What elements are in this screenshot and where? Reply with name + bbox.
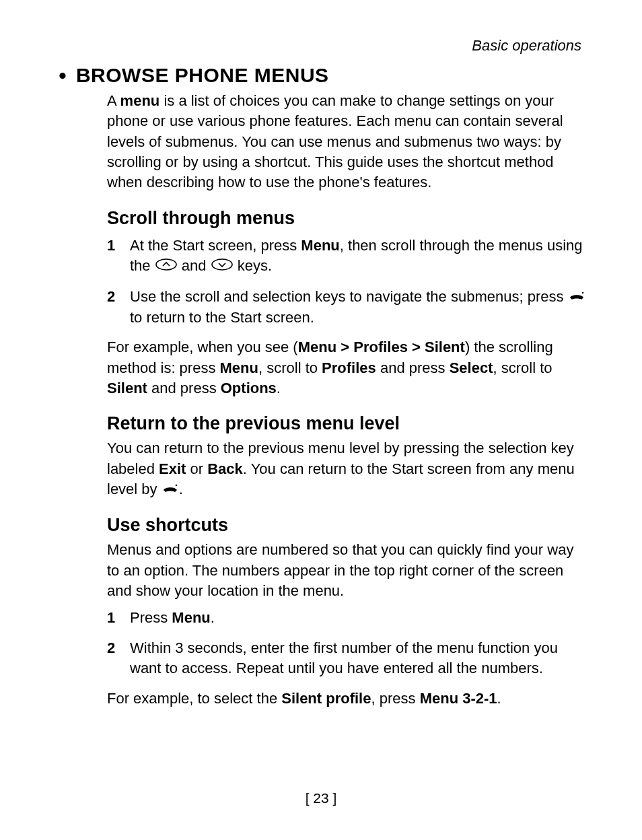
- svg-point-1: [212, 259, 232, 270]
- text: .: [179, 481, 183, 497]
- shortcut-code: Menu 3-2-1: [420, 690, 497, 707]
- text: , scroll to: [493, 359, 552, 376]
- section-title: BROWSE PHONE MENUS: [76, 64, 329, 87]
- text: is a list of choices you can make to cha…: [107, 92, 563, 190]
- subheading-return: Return to the previous menu level: [107, 413, 588, 434]
- step-text: At the Start screen, press Menu, then sc…: [130, 236, 588, 277]
- list-item: 2 Use the scroll and selection keys to n…: [107, 287, 588, 328]
- term-menu: menu: [120, 92, 160, 109]
- term-silent-profile: Silent profile: [281, 690, 371, 707]
- svg-point-0: [156, 259, 176, 270]
- return-paragraph: You can return to the previous menu leve…: [107, 438, 588, 500]
- text: For example, to select the: [107, 690, 281, 707]
- bullet-icon: •: [59, 64, 67, 87]
- shortcuts-example: For example, to select the Silent profil…: [107, 689, 588, 709]
- menu-path: Menu > Profiles > Silent: [298, 339, 465, 355]
- text: Use the scroll and selection keys to nav…: [130, 288, 568, 305]
- subheading-shortcuts: Use shortcuts: [107, 515, 588, 536]
- up-key-icon: [155, 256, 178, 277]
- shortcuts-intro: Menus and options are numbered so that y…: [107, 540, 588, 601]
- down-key-icon: [211, 256, 234, 277]
- svg-point-3: [175, 485, 177, 487]
- section-title-row: • BROWSE PHONE MENUS: [59, 64, 588, 87]
- menu-silent: Silent: [107, 380, 147, 396]
- step-number: 2: [107, 638, 130, 679]
- text: or: [186, 460, 207, 477]
- text: , scroll to: [258, 359, 322, 376]
- subheading-scroll: Scroll through menus: [107, 208, 588, 229]
- softkey-select: Select: [450, 359, 493, 376]
- softkey-options: Options: [221, 380, 277, 396]
- scroll-steps: 1 At the Start screen, press Menu, then …: [107, 236, 588, 328]
- softkey-menu: Menu: [301, 237, 339, 254]
- softkey-menu: Menu: [172, 609, 210, 626]
- page-content: • BROWSE PHONE MENUS A menu is a list of…: [77, 64, 588, 709]
- text: and press: [147, 380, 221, 396]
- softkey-exit: Exit: [159, 460, 186, 477]
- text: and: [178, 257, 211, 274]
- softkey-back: Back: [207, 460, 243, 477]
- text: to return to the Start screen.: [130, 309, 314, 326]
- step-number: 1: [107, 236, 130, 277]
- list-item: 1 Press Menu.: [107, 608, 588, 628]
- list-item: 2 Within 3 seconds, enter the first numb…: [107, 638, 588, 679]
- running-header: Basic operations: [472, 37, 581, 55]
- step-text: Within 3 seconds, enter the first number…: [130, 638, 588, 679]
- text: , press: [371, 690, 419, 707]
- text: At the Start screen, press: [130, 237, 301, 254]
- text: and press: [376, 359, 450, 376]
- manual-page: Basic operations • BROWSE PHONE MENUS A …: [0, 0, 642, 840]
- softkey-menu: Menu: [220, 359, 258, 376]
- end-call-icon: [568, 287, 585, 308]
- text: Press: [130, 609, 172, 626]
- scroll-example: For example, when you see (Menu > Profil…: [107, 337, 588, 398]
- text: A: [107, 92, 120, 109]
- page-number: [ 23 ]: [0, 790, 642, 806]
- step-number: 2: [107, 287, 130, 328]
- svg-point-2: [581, 291, 583, 293]
- step-number: 1: [107, 608, 130, 628]
- step-text: Use the scroll and selection keys to nav…: [130, 287, 588, 328]
- text: .: [277, 380, 281, 396]
- step-text: Press Menu.: [130, 608, 588, 628]
- menu-profiles: Profiles: [322, 359, 376, 376]
- text: .: [497, 690, 501, 707]
- list-item: 1 At the Start screen, press Menu, then …: [107, 236, 588, 277]
- end-call-icon: [162, 480, 179, 500]
- intro-paragraph: A menu is a list of choices you can make…: [107, 91, 588, 193]
- shortcut-steps: 1 Press Menu. 2 Within 3 seconds, enter …: [107, 608, 588, 678]
- text: .: [211, 609, 215, 626]
- text: For example, when you see (: [107, 339, 298, 355]
- text: keys.: [234, 257, 272, 274]
